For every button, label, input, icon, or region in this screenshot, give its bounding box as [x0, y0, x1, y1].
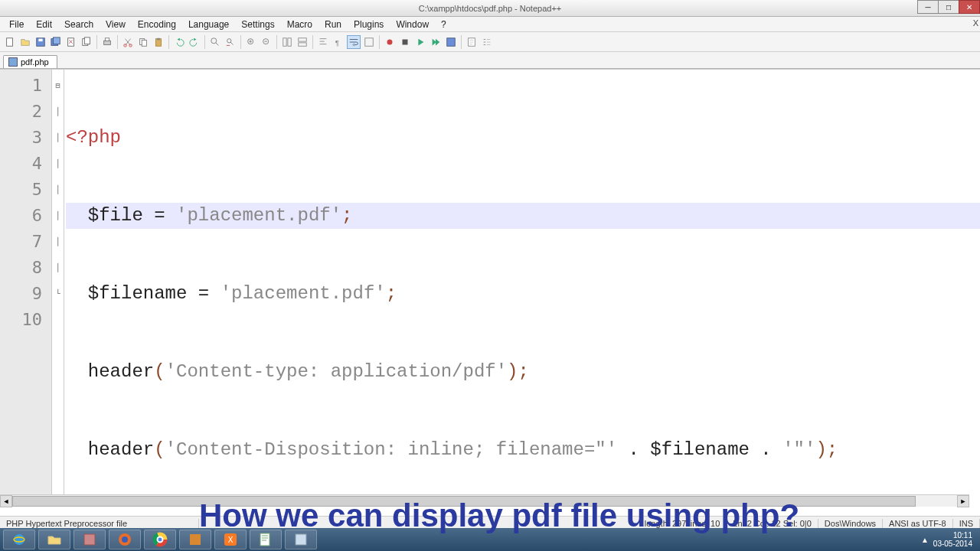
svg-rect-15 [157, 37, 160, 40]
svg-rect-9 [105, 37, 109, 41]
status-encoding: ANSI as UTF-8 [883, 519, 953, 528]
macro-play-multi-icon[interactable] [429, 35, 443, 49]
fold-column[interactable]: ⊟│││││││└ [52, 70, 64, 507]
svg-rect-32 [84, 534, 95, 545]
menu-settings[interactable]: Settings [235, 18, 280, 31]
save-all-icon[interactable] [49, 35, 63, 49]
svg-rect-22 [299, 37, 307, 41]
print-icon[interactable] [100, 35, 114, 49]
menu-edit[interactable]: Edit [30, 18, 58, 31]
window-title: C:\xampp\htdocs\pdf.php - Notepad++ [419, 4, 562, 13]
svg-rect-43 [260, 533, 270, 546]
menu-search[interactable]: Search [58, 18, 100, 31]
tab-bar: pdf.php [0, 52, 980, 69]
menu-file[interactable]: File [3, 18, 30, 31]
macro-stop-icon[interactable] [398, 35, 412, 49]
menu-bar: File Edit Search View Encoding Language … [0, 17, 980, 32]
secondary-close-icon[interactable]: X [973, 18, 978, 28]
system-tray[interactable]: ▲ 10:11 03-05-2014 [921, 531, 977, 548]
svg-rect-40 [190, 534, 201, 545]
status-filetype: PHP Hypertext Preprocessor file [0, 519, 199, 528]
svg-rect-13 [142, 40, 146, 46]
menu-macro[interactable]: Macro [281, 18, 318, 31]
svg-rect-44 [296, 534, 306, 545]
firefox-icon[interactable] [109, 530, 141, 549]
menu-help[interactable]: ? [435, 18, 452, 31]
svg-rect-8 [104, 41, 111, 44]
svg-rect-27 [403, 39, 408, 44]
menu-view[interactable]: View [100, 18, 132, 31]
svg-rect-25 [365, 37, 374, 46]
svg-rect-0 [7, 37, 13, 46]
chrome-icon[interactable] [144, 530, 176, 549]
undo-icon[interactable] [172, 35, 186, 49]
minimize-button[interactable]: ─ [917, 0, 939, 14]
tab-label: pdf.php [21, 57, 49, 67]
status-eol: Dos\Windows [818, 519, 883, 528]
menu-run[interactable]: Run [318, 18, 348, 31]
zoom-in-icon[interactable] [244, 35, 258, 49]
zoom-out-icon[interactable] [260, 35, 273, 49]
menu-encoding[interactable]: Encoding [132, 18, 182, 31]
cut-icon[interactable] [121, 35, 135, 49]
app1-icon[interactable] [74, 530, 106, 549]
ie-icon[interactable] [3, 530, 35, 549]
svg-rect-7 [84, 37, 90, 44]
doc-map-icon[interactable] [465, 35, 479, 49]
sync-h-icon[interactable] [296, 35, 309, 49]
video-caption: How we can display pdf file using php? [199, 497, 799, 534]
status-mode: INS [953, 519, 980, 528]
macro-save-icon[interactable] [444, 35, 458, 49]
menu-language[interactable]: Language [182, 18, 235, 31]
replace-icon[interactable] [224, 35, 237, 49]
menu-window[interactable]: Window [390, 18, 435, 31]
redo-icon[interactable] [188, 35, 201, 49]
paste-icon[interactable] [152, 35, 165, 49]
svg-rect-21 [288, 37, 291, 46]
svg-rect-23 [299, 42, 307, 45]
svg-text:X: X [228, 536, 234, 544]
indent-guide-icon[interactable] [316, 35, 330, 49]
close-file-icon[interactable] [64, 35, 78, 49]
scroll-right-icon[interactable]: ► [957, 495, 969, 507]
copy-icon[interactable] [136, 35, 150, 49]
svg-rect-28 [447, 37, 456, 46]
tray-flag-icon: ▲ [921, 536, 929, 544]
line-number-gutter: 12345678910 [0, 70, 52, 507]
close-all-icon[interactable] [80, 35, 93, 49]
explorer-icon[interactable] [38, 530, 70, 549]
new-file-icon[interactable] [3, 35, 17, 49]
code-editor[interactable]: 12345678910 ⊟│││││││└ <?php $file = 'pla… [0, 69, 980, 507]
hidechar-icon[interactable]: ¶ [332, 35, 345, 49]
macro-play-icon[interactable] [413, 35, 427, 49]
find-icon[interactable] [208, 35, 222, 49]
close-button[interactable]: ✕ [959, 0, 980, 14]
user-lang-icon[interactable] [362, 35, 376, 49]
svg-point-16 [211, 37, 217, 43]
wordwrap-icon[interactable] [347, 35, 361, 49]
file-icon [8, 57, 18, 67]
macro-rec-icon[interactable] [383, 35, 397, 49]
menu-plugins[interactable]: Plugins [348, 18, 390, 31]
maximize-button[interactable]: □ [938, 0, 959, 14]
svg-point-26 [387, 39, 393, 44]
scroll-left-icon[interactable]: ◄ [0, 495, 12, 507]
code-area[interactable]: <?php $file = 'placement.pdf'; $filename… [64, 70, 980, 507]
svg-point-39 [158, 537, 162, 542]
func-list-icon[interactable] [480, 35, 494, 49]
open-file-icon[interactable] [18, 35, 32, 49]
svg-rect-2 [38, 38, 42, 41]
svg-rect-20 [283, 37, 286, 46]
svg-point-34 [122, 536, 128, 543]
svg-point-30 [14, 534, 24, 545]
sync-v-icon[interactable] [280, 35, 294, 49]
toolbar: ¶ [0, 32, 980, 52]
title-bar: C:\xampp\htdocs\pdf.php - Notepad++ ─ □ … [0, 0, 980, 17]
save-icon[interactable] [34, 35, 47, 49]
tab-pdf-php[interactable]: pdf.php [3, 55, 57, 68]
svg-rect-4 [54, 37, 60, 44]
svg-text:¶: ¶ [335, 37, 339, 46]
tray-clock[interactable]: 10:11 03-05-2014 [933, 531, 972, 548]
